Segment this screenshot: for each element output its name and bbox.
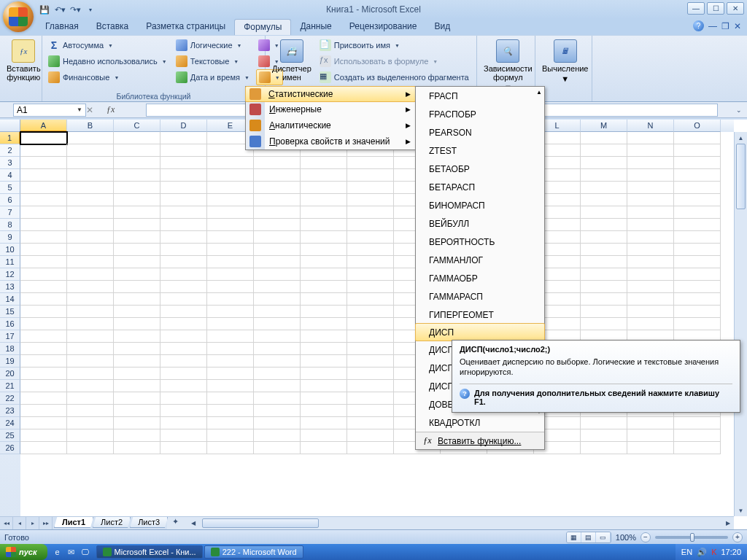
cell[interactable] <box>160 392 207 405</box>
horizontal-scrollbar[interactable]: ◀▶ <box>187 517 734 529</box>
recent-functions-button[interactable]: Недавно использовались▼ <box>46 53 169 69</box>
zoom-in-button[interactable]: + <box>732 532 743 542</box>
insert-sheet-button[interactable]: ✦ <box>167 517 183 529</box>
insert-function-button[interactable]: ƒxВставить функцию <box>4 37 44 101</box>
function-item[interactable]: БЕТАРАСП <box>416 178 544 196</box>
cell[interactable] <box>347 380 394 392</box>
cell[interactable] <box>254 368 301 380</box>
cell[interactable] <box>114 306 160 318</box>
function-item[interactable]: PEARSON <box>416 123 544 141</box>
insert-function-menu-item[interactable]: ƒxВставить функцию... <box>416 432 544 449</box>
cell[interactable] <box>160 182 207 194</box>
cell[interactable] <box>254 429 301 442</box>
cell[interactable] <box>254 293 301 306</box>
cell[interactable] <box>301 429 347 442</box>
cell[interactable] <box>581 318 627 330</box>
cell[interactable] <box>347 268 394 281</box>
cell[interactable] <box>114 182 160 194</box>
cell[interactable] <box>674 268 721 281</box>
row-header[interactable]: 14 <box>0 293 20 306</box>
row-header[interactable]: 11 <box>0 256 20 268</box>
function-item[interactable]: ВЕЙБУЛЛ <box>416 214 544 233</box>
cell[interactable] <box>347 244 394 256</box>
close-button[interactable]: ✕ <box>727 2 744 15</box>
cell[interactable] <box>20 293 67 306</box>
cell[interactable] <box>207 417 254 429</box>
cell[interactable] <box>581 169 627 182</box>
cell[interactable] <box>674 231 721 244</box>
cell[interactable] <box>254 169 301 182</box>
tray-icon[interactable]: 🔊 <box>697 548 707 557</box>
cell[interactable] <box>674 244 721 256</box>
cell[interactable] <box>67 132 114 144</box>
cell[interactable] <box>67 330 114 343</box>
cell[interactable] <box>67 306 114 318</box>
cell[interactable] <box>581 268 627 281</box>
cell[interactable] <box>160 368 207 380</box>
row-header[interactable]: 18 <box>0 343 20 355</box>
row-header[interactable]: 23 <box>0 405 20 417</box>
cell[interactable] <box>114 256 160 268</box>
function-item[interactable]: ВЕРОЯТНОСТЬ <box>416 233 544 251</box>
create-from-selection-button[interactable]: ▦Создать из выделенного фрагмента <box>317 69 471 85</box>
cell[interactable] <box>581 182 627 194</box>
cell[interactable] <box>67 343 114 355</box>
sheet-tab[interactable]: Лист1 <box>54 517 93 528</box>
cell[interactable] <box>20 330 67 343</box>
tab-данные[interactable]: Данные <box>291 19 340 35</box>
cell[interactable] <box>114 417 160 429</box>
cell[interactable] <box>20 144 67 157</box>
language-indicator[interactable]: EN <box>681 548 692 556</box>
cell[interactable] <box>114 318 160 330</box>
cell[interactable] <box>160 429 207 442</box>
cell[interactable] <box>207 355 254 368</box>
cell[interactable] <box>301 293 347 306</box>
undo-icon[interactable]: ↶▾ <box>53 3 66 16</box>
menu-item-Проверка свойств и значений[interactable]: Проверка свойств и значений▶ <box>246 133 415 149</box>
cell[interactable] <box>674 132 721 144</box>
cell[interactable] <box>114 219 160 231</box>
cell[interactable] <box>627 429 674 442</box>
row-header[interactable]: 3 <box>0 157 20 169</box>
cell[interactable] <box>114 268 160 281</box>
tab-формулы[interactable]: Формулы <box>234 19 291 35</box>
row-header[interactable]: 13 <box>0 281 20 293</box>
cell[interactable] <box>20 405 67 417</box>
cell[interactable] <box>67 268 114 281</box>
row-header[interactable]: 22 <box>0 392 20 405</box>
cell[interactable] <box>207 219 254 231</box>
minimize-doc-button[interactable]: — <box>708 21 717 31</box>
cell[interactable] <box>581 306 627 318</box>
cell[interactable] <box>301 169 347 182</box>
cell[interactable] <box>674 182 721 194</box>
cell[interactable] <box>67 392 114 405</box>
cell[interactable] <box>627 144 674 157</box>
text-button[interactable]: Текстовые▼ <box>174 53 252 69</box>
cell[interactable] <box>301 157 347 169</box>
cell[interactable] <box>347 343 394 355</box>
function-item[interactable]: КВАДРОТКЛ <box>416 413 544 432</box>
cell[interactable] <box>674 194 721 206</box>
tab-вставка[interactable]: Вставка <box>88 19 138 35</box>
expand-formula-bar-icon[interactable]: ⌄ <box>732 102 746 118</box>
cell[interactable] <box>67 206 114 219</box>
calculation-button[interactable]: 🖩Вычисление▼ <box>539 37 592 101</box>
view-buttons[interactable]: ▦▤▭ <box>566 532 611 543</box>
cell[interactable] <box>20 268 67 281</box>
row-header[interactable]: 21 <box>0 380 20 392</box>
cell[interactable] <box>301 256 347 268</box>
zoom-out-button[interactable]: − <box>640 532 651 542</box>
cell[interactable] <box>67 194 114 206</box>
row-header[interactable]: 2 <box>0 144 20 157</box>
row-header[interactable]: 16 <box>0 318 20 330</box>
cell[interactable] <box>674 318 721 330</box>
taskbar-item[interactable]: 222 - Microsoft Word <box>204 545 303 559</box>
qat-customize-icon[interactable]: ▾ <box>84 3 97 16</box>
vertical-scrollbar[interactable]: ▲▼ <box>734 132 747 516</box>
row-header[interactable]: 17 <box>0 330 20 343</box>
cell[interactable] <box>207 318 254 330</box>
cell[interactable] <box>254 405 301 417</box>
row-header[interactable]: 15 <box>0 306 20 318</box>
cell[interactable] <box>20 244 67 256</box>
cell[interactable] <box>20 318 67 330</box>
